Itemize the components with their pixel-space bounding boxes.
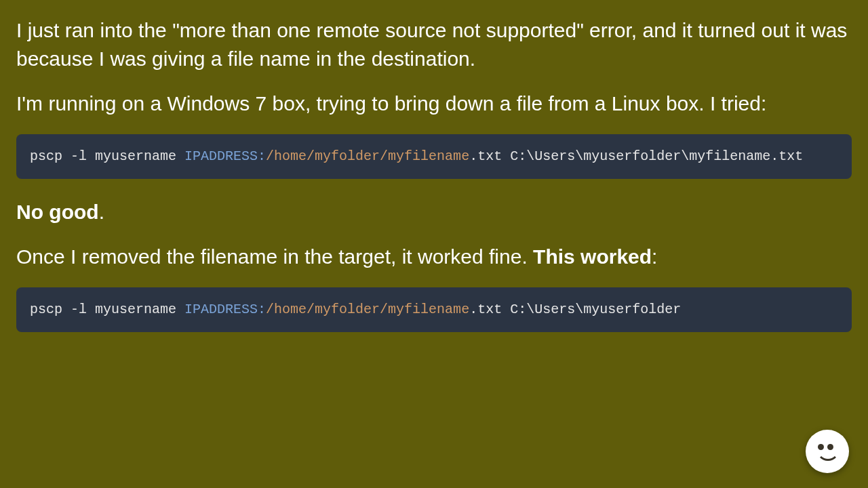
code-remote-path: /home/myfolder/myfilename: [266, 148, 469, 164]
code-ext: .txt: [469, 148, 510, 164]
post-body: I just ran into the "more than one remot…: [0, 0, 868, 367]
this-worked-label: This worked: [533, 245, 652, 268]
paragraph-fix: Once I removed the filename in the targe…: [16, 243, 852, 271]
chat-face-icon: [814, 443, 841, 460]
code-win-path: C:\Users\myuserfolder\myfilename.txt: [510, 148, 803, 164]
paragraph-context: I'm running on a Windows 7 box, trying t…: [16, 89, 852, 118]
fix-after: :: [652, 245, 657, 268]
code-ext: .txt: [469, 302, 510, 317]
code-ip: IPADDRESS:: [184, 148, 266, 164]
no-good-label: No good: [16, 201, 99, 223]
code-block-failing: pscp -l myusername IPADDRESS:/home/myfol…: [16, 134, 852, 179]
code-block-working: pscp -l myusername IPADDRESS:/home/myfol…: [16, 287, 852, 332]
chat-widget-button[interactable]: [806, 430, 849, 473]
fix-before: Once I removed the filename in the targe…: [16, 245, 533, 268]
code-text: pscp -l myusername: [30, 148, 184, 164]
paragraph-result-bad: No good.: [16, 198, 852, 226]
paragraph-intro: I just ran into the "more than one remot…: [16, 16, 852, 73]
code-text: pscp -l myusername: [30, 302, 184, 317]
code-win-path: C:\Users\myuserfolder: [510, 302, 681, 317]
code-ip: IPADDRESS:: [184, 302, 266, 317]
code-remote-path: /home/myfolder/myfilename: [266, 302, 469, 317]
no-good-period: .: [99, 201, 104, 223]
